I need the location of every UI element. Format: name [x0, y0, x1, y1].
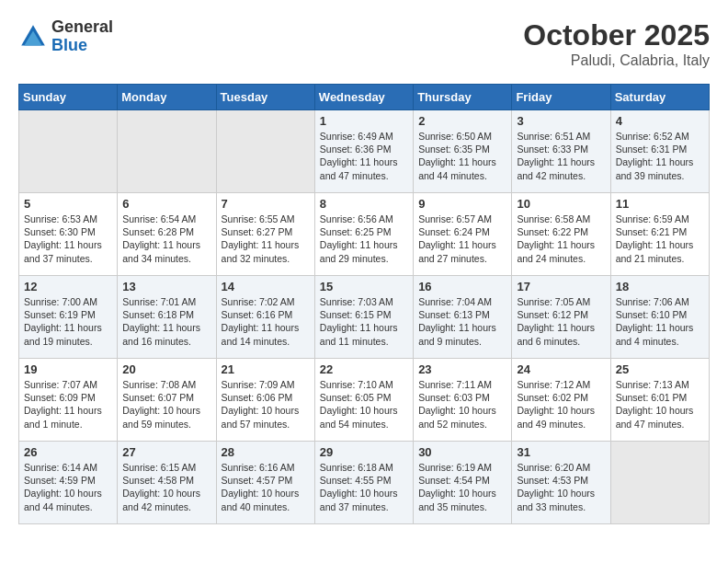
day-number: 13: [122, 280, 210, 293]
weekday-header: Sunday: [19, 85, 118, 110]
day-info: Sunrise: 6:57 AM Sunset: 6:24 PM Dayligh…: [418, 213, 506, 265]
day-info: Sunrise: 7:03 AM Sunset: 6:15 PM Dayligh…: [320, 295, 408, 348]
day-number: 14: [222, 280, 310, 293]
calendar-cell: 2Sunrise: 6:50 AM Sunset: 6:35 PM Daylig…: [414, 110, 512, 193]
day-number: 23: [418, 362, 506, 376]
calendar-cell: 5Sunrise: 6:53 AM Sunset: 6:30 PM Daylig…: [19, 193, 118, 276]
calendar-cell: 26Sunrise: 6:14 AM Sunset: 4:59 PM Dayli…: [19, 442, 118, 524]
weekday-header: Thursday: [414, 85, 512, 110]
day-info: Sunrise: 7:08 AM Sunset: 6:07 PM Dayligh…: [122, 378, 210, 431]
calendar-cell: 19Sunrise: 7:07 AM Sunset: 6:09 PM Dayli…: [19, 359, 118, 442]
logo: General Blue: [18, 18, 113, 55]
calendar-week-row: 26Sunrise: 6:14 AM Sunset: 4:59 PM Dayli…: [19, 442, 710, 524]
day-info: Sunrise: 7:07 AM Sunset: 6:09 PM Dayligh…: [24, 378, 112, 431]
day-number: 22: [320, 362, 408, 376]
day-number: 15: [320, 280, 408, 293]
day-info: Sunrise: 7:01 AM Sunset: 6:18 PM Dayligh…: [122, 295, 210, 348]
calendar-cell: [216, 110, 314, 193]
day-number: 11: [616, 197, 704, 211]
day-info: Sunrise: 7:05 AM Sunset: 6:12 PM Dayligh…: [517, 295, 605, 348]
day-info: Sunrise: 6:50 AM Sunset: 6:35 PM Dayligh…: [418, 130, 506, 182]
day-number: 31: [517, 445, 605, 459]
calendar-cell: 4Sunrise: 6:52 AM Sunset: 6:31 PM Daylig…: [610, 110, 709, 193]
day-info: Sunrise: 6:56 AM Sunset: 6:25 PM Dayligh…: [320, 213, 408, 265]
month-title: October 2025: [523, 18, 710, 52]
calendar-cell: 9Sunrise: 6:57 AM Sunset: 6:24 PM Daylig…: [414, 193, 512, 276]
calendar-cell: 15Sunrise: 7:03 AM Sunset: 6:15 PM Dayli…: [314, 276, 413, 359]
calendar-cell: [118, 110, 216, 193]
location-title: Paludi, Calabria, Italy: [523, 52, 710, 69]
day-number: 28: [222, 445, 310, 459]
logo-general: General: [51, 17, 113, 36]
day-number: 26: [24, 445, 112, 459]
day-info: Sunrise: 7:13 AM Sunset: 6:01 PM Dayligh…: [616, 378, 704, 431]
calendar-week-row: 5Sunrise: 6:53 AM Sunset: 6:30 PM Daylig…: [19, 193, 710, 276]
day-info: Sunrise: 6:15 AM Sunset: 4:58 PM Dayligh…: [122, 461, 210, 513]
calendar-cell: 13Sunrise: 7:01 AM Sunset: 6:18 PM Dayli…: [118, 276, 216, 359]
day-number: 21: [222, 362, 310, 376]
calendar-cell: 30Sunrise: 6:19 AM Sunset: 4:54 PM Dayli…: [414, 442, 512, 524]
day-info: Sunrise: 6:53 AM Sunset: 6:30 PM Dayligh…: [24, 213, 112, 265]
logo-text: General Blue: [51, 18, 113, 55]
calendar-cell: 18Sunrise: 7:06 AM Sunset: 6:10 PM Dayli…: [610, 276, 709, 359]
calendar-cell: 11Sunrise: 6:59 AM Sunset: 6:21 PM Dayli…: [610, 193, 709, 276]
day-info: Sunrise: 7:11 AM Sunset: 6:03 PM Dayligh…: [418, 378, 506, 431]
weekday-header-row: SundayMondayTuesdayWednesdayThursdayFrid…: [19, 85, 710, 110]
calendar-cell: 27Sunrise: 6:15 AM Sunset: 4:58 PM Dayli…: [118, 442, 216, 524]
day-number: 16: [418, 280, 506, 293]
title-block: October 2025 Paludi, Calabria, Italy: [523, 18, 710, 69]
calendar-cell: 16Sunrise: 7:04 AM Sunset: 6:13 PM Dayli…: [414, 276, 512, 359]
weekday-header: Wednesday: [314, 85, 413, 110]
day-info: Sunrise: 7:09 AM Sunset: 6:06 PM Dayligh…: [222, 378, 310, 431]
day-info: Sunrise: 7:10 AM Sunset: 6:05 PM Dayligh…: [320, 378, 408, 431]
day-info: Sunrise: 6:20 AM Sunset: 4:53 PM Dayligh…: [517, 461, 605, 513]
calendar-cell: 28Sunrise: 6:16 AM Sunset: 4:57 PM Dayli…: [216, 442, 314, 524]
weekday-header: Friday: [512, 85, 610, 110]
day-number: 17: [517, 280, 605, 293]
day-number: 6: [122, 197, 210, 211]
day-number: 27: [122, 445, 210, 459]
calendar-cell: 3Sunrise: 6:51 AM Sunset: 6:33 PM Daylig…: [512, 110, 610, 193]
day-number: 18: [616, 280, 704, 293]
calendar-cell: 7Sunrise: 6:55 AM Sunset: 6:27 PM Daylig…: [216, 193, 314, 276]
calendar-cell: 10Sunrise: 6:58 AM Sunset: 6:22 PM Dayli…: [512, 193, 610, 276]
calendar-cell: 22Sunrise: 7:10 AM Sunset: 6:05 PM Dayli…: [314, 359, 413, 442]
calendar-cell: 23Sunrise: 7:11 AM Sunset: 6:03 PM Dayli…: [414, 359, 512, 442]
logo-icon: [18, 22, 48, 52]
day-info: Sunrise: 6:51 AM Sunset: 6:33 PM Dayligh…: [517, 130, 605, 182]
calendar-week-row: 1Sunrise: 6:49 AM Sunset: 6:36 PM Daylig…: [19, 110, 710, 193]
day-info: Sunrise: 7:02 AM Sunset: 6:16 PM Dayligh…: [222, 295, 310, 348]
page-header: General Blue October 2025 Paludi, Calabr…: [18, 18, 710, 69]
day-info: Sunrise: 7:04 AM Sunset: 6:13 PM Dayligh…: [418, 295, 506, 348]
calendar-week-row: 19Sunrise: 7:07 AM Sunset: 6:09 PM Dayli…: [19, 359, 710, 442]
day-info: Sunrise: 6:49 AM Sunset: 6:36 PM Dayligh…: [320, 130, 408, 182]
day-number: 24: [517, 362, 605, 376]
weekday-header: Saturday: [610, 85, 709, 110]
day-number: 7: [222, 197, 310, 211]
day-number: 9: [418, 197, 506, 211]
calendar-cell: [610, 442, 709, 524]
calendar-cell: 14Sunrise: 7:02 AM Sunset: 6:16 PM Dayli…: [216, 276, 314, 359]
calendar-cell: [19, 110, 118, 193]
day-number: 2: [418, 114, 506, 128]
calendar-cell: 21Sunrise: 7:09 AM Sunset: 6:06 PM Dayli…: [216, 359, 314, 442]
day-number: 29: [320, 445, 408, 459]
day-number: 5: [24, 197, 112, 211]
day-info: Sunrise: 7:06 AM Sunset: 6:10 PM Dayligh…: [616, 295, 704, 348]
calendar-cell: 31Sunrise: 6:20 AM Sunset: 4:53 PM Dayli…: [512, 442, 610, 524]
day-number: 4: [616, 114, 704, 128]
calendar-table: SundayMondayTuesdayWednesdayThursdayFrid…: [18, 84, 710, 524]
day-number: 3: [517, 114, 605, 128]
day-info: Sunrise: 6:19 AM Sunset: 4:54 PM Dayligh…: [418, 461, 506, 513]
calendar-cell: 20Sunrise: 7:08 AM Sunset: 6:07 PM Dayli…: [118, 359, 216, 442]
day-number: 1: [320, 114, 408, 128]
calendar-cell: 29Sunrise: 6:18 AM Sunset: 4:55 PM Dayli…: [314, 442, 413, 524]
calendar-cell: 6Sunrise: 6:54 AM Sunset: 6:28 PM Daylig…: [118, 193, 216, 276]
calendar-cell: 25Sunrise: 7:13 AM Sunset: 6:01 PM Dayli…: [610, 359, 709, 442]
calendar-cell: 8Sunrise: 6:56 AM Sunset: 6:25 PM Daylig…: [314, 193, 413, 276]
day-info: Sunrise: 6:58 AM Sunset: 6:22 PM Dayligh…: [517, 213, 605, 265]
calendar-cell: 12Sunrise: 7:00 AM Sunset: 6:19 PM Dayli…: [19, 276, 118, 359]
day-number: 20: [122, 362, 210, 376]
day-info: Sunrise: 6:59 AM Sunset: 6:21 PM Dayligh…: [616, 213, 704, 265]
day-number: 8: [320, 197, 408, 211]
